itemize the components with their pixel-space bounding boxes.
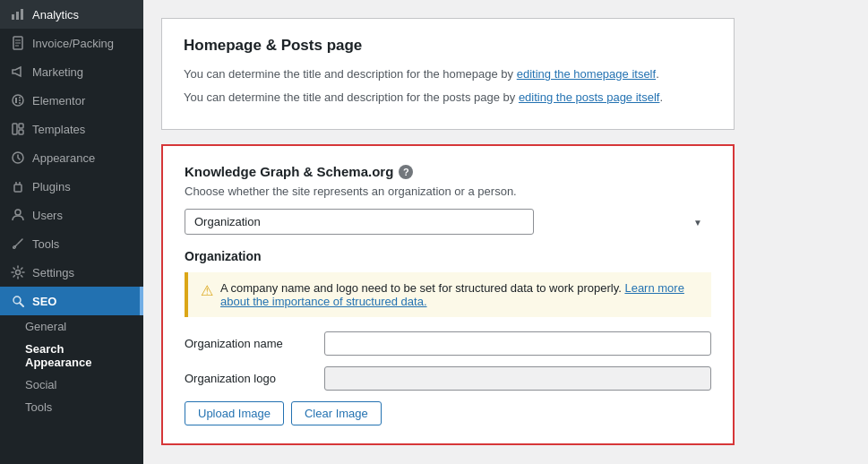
sidebar-sub-item-general[interactable]: General [0, 315, 143, 338]
sidebar-item-users[interactable]: Users [0, 201, 143, 229]
svg-rect-1 [16, 12, 19, 20]
sidebar-item-templates-label: Templates [32, 123, 85, 136]
homepage-text1: You can determine the title and descript… [184, 65, 712, 83]
templates-icon [11, 122, 25, 136]
svg-rect-0 [12, 14, 14, 20]
megaphone-icon [11, 64, 25, 79]
warning-box: ⚠ A company name and logo need to be set… [185, 272, 711, 317]
svg-point-18 [15, 210, 21, 215]
svg-point-20 [16, 271, 21, 275]
sidebar-item-settings-label: Settings [32, 266, 74, 279]
chart-icon [11, 7, 25, 21]
knowledge-graph-section: Knowledge Graph & Schema.org ? Choose wh… [161, 144, 735, 445]
org-logo-row: Organization logo [185, 366, 711, 391]
sidebar-item-elementor[interactable]: Elementor [0, 86, 143, 115]
sidebar-item-tools[interactable]: Tools [0, 229, 143, 258]
help-icon[interactable]: ? [399, 165, 413, 179]
sidebar-item-invoice[interactable]: Invoice/Packing [0, 29, 143, 57]
homepage-link1[interactable]: editing the homepage itself [517, 67, 656, 81]
clear-image-button[interactable]: Clear Image [291, 401, 382, 425]
sidebar: Analytics Invoice/Packing Marketing [0, 0, 143, 464]
kg-title-text: Knowledge Graph & Schema.org [185, 164, 393, 179]
sidebar-item-seo[interactable]: SEO [0, 287, 143, 315]
sidebar-sub-item-social[interactable]: Social [0, 374, 143, 396]
document-icon [11, 36, 25, 50]
elementor-icon [11, 93, 25, 107]
sidebar-item-templates[interactable]: Templates [0, 115, 143, 143]
settings-icon [11, 265, 25, 279]
sidebar-item-appearance[interactable]: Appearance [0, 143, 143, 172]
warning-icon: ⚠ [201, 282, 213, 299]
svg-rect-13 [19, 124, 23, 128]
sidebar-item-elementor-label: Elementor [32, 94, 85, 107]
sidebar-item-settings[interactable]: Settings [0, 258, 143, 287]
svg-rect-12 [13, 124, 17, 134]
sidebar-item-plugins-label: Plugins [32, 180, 71, 193]
sidebar-item-users-label: Users [32, 209, 63, 222]
org-name-row: Organization name [185, 331, 711, 356]
svg-line-22 [21, 304, 24, 307]
homepage-text2: You can determine the title and descript… [184, 89, 712, 107]
sidebar-sub-item-search-appearance[interactable]: Search Appearance [0, 338, 143, 374]
sidebar-item-tools-label: Tools [32, 237, 59, 251]
sidebar-item-plugins[interactable]: Plugins [0, 172, 143, 201]
sidebar-item-marketing-label: Marketing [32, 65, 83, 79]
seo-icon [11, 294, 25, 308]
sidebar-item-seo-label: SEO [32, 295, 56, 308]
organization-subsection: Organization ⚠ A company name and logo n… [185, 249, 711, 425]
warning-text: A company name and logo need to be set f… [220, 281, 699, 308]
image-button-row: Upload Image Clear Image [185, 401, 711, 425]
org-type-select[interactable]: Organization Person [185, 209, 534, 235]
sidebar-item-appearance-label: Appearance [32, 151, 95, 165]
sidebar-item-analytics[interactable]: Analytics [0, 0, 143, 29]
svg-rect-14 [19, 130, 23, 134]
users-icon [11, 208, 25, 222]
chevron-down-icon: ▼ [693, 217, 702, 227]
upload-image-button[interactable]: Upload Image [185, 401, 284, 425]
homepage-title: Homepage & Posts page [184, 37, 712, 55]
posts-link[interactable]: editing the posts page itself [519, 90, 660, 104]
org-section-title: Organization [185, 249, 711, 263]
org-name-label: Organization name [185, 337, 310, 350]
svg-rect-2 [21, 9, 23, 20]
kg-title-row: Knowledge Graph & Schema.org ? [185, 164, 711, 179]
appearance-icon [11, 150, 25, 165]
sidebar-item-marketing[interactable]: Marketing [0, 57, 143, 86]
svg-point-7 [13, 95, 23, 106]
org-type-select-wrapper: Organization Person ▼ [185, 209, 711, 235]
tools-icon [11, 236, 25, 251]
sidebar-item-analytics-label: Analytics [32, 8, 79, 21]
org-logo-input[interactable] [324, 366, 711, 391]
plugins-icon [11, 179, 25, 193]
kg-description: Choose whether the site represents an or… [185, 185, 711, 198]
homepage-section: Homepage & Posts page You can determine … [161, 18, 735, 130]
sidebar-item-invoice-label: Invoice/Packing [32, 37, 114, 50]
sidebar-sub-item-tools[interactable]: Tools [0, 396, 143, 418]
svg-rect-15 [14, 185, 21, 192]
org-name-input[interactable] [324, 331, 711, 356]
main-content: Homepage & Posts page You can determine … [143, 0, 868, 464]
org-logo-label: Organization logo [185, 372, 310, 385]
